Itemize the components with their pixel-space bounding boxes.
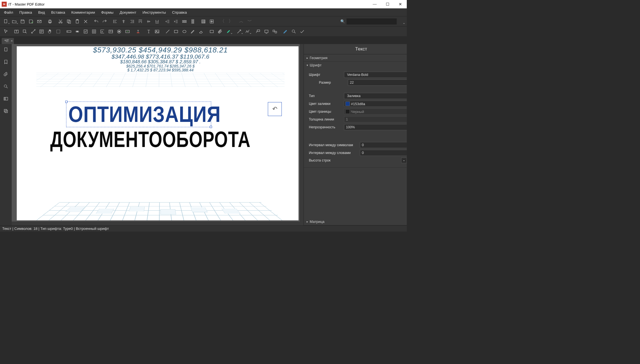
menu-tools[interactable]: Инструменты [140,9,169,16]
textfield-tool[interactable] [65,28,73,35]
delete-button[interactable] [81,18,90,25]
hand-tool[interactable] [46,28,54,35]
attachments-panel-icon[interactable] [3,71,9,78]
edit-vector-tool[interactable] [29,28,37,35]
down-button[interactable]: ﹀ [246,18,254,25]
indent-dec-button[interactable] [163,18,172,25]
linewidth-input[interactable] [344,116,407,122]
listbox-tool[interactable] [115,28,123,35]
undo-button[interactable] [92,18,100,25]
text-tool[interactable] [145,28,153,35]
select-area-tool[interactable] [54,28,62,35]
email-button[interactable] [35,18,44,25]
initials-tool[interactable] [271,28,279,35]
indent-inc-button[interactable] [172,18,180,25]
stamp-tool[interactable] [262,28,271,35]
size-input[interactable] [348,79,407,86]
image-tool[interactable] [153,28,161,35]
menu-help[interactable]: Справка [169,9,190,16]
vertical-scrollbar[interactable] [300,44,304,221]
attach-tool[interactable] [216,28,224,35]
opacity-input[interactable] [344,124,407,130]
eraser-tool[interactable] [197,28,205,35]
align-left-button[interactable] [111,18,119,25]
sign-pen-tool[interactable] [281,28,290,35]
menu-forms[interactable]: Формы [98,9,116,16]
minimize-button[interactable]: — [368,0,381,8]
align-bottom-button[interactable] [153,18,161,25]
menu-comments[interactable]: Комментарии [68,9,98,16]
dist-h-button[interactable] [180,18,189,25]
pointer-tool[interactable] [2,28,10,35]
combobox-tool[interactable] [107,28,115,35]
pages-panel-icon[interactable] [3,46,9,53]
zoom-tool[interactable] [290,28,298,35]
lineheight-dec[interactable]: - [401,158,407,163]
signature-tool[interactable] [98,28,107,35]
arrow-tool[interactable] [235,28,243,35]
menu-edit[interactable]: Правка [16,9,35,16]
search-options[interactable] [397,18,405,25]
filltype-select[interactable]: Заливка [344,93,407,99]
open-button[interactable] [10,18,18,25]
layers-panel-icon[interactable] [3,108,9,114]
menu-document[interactable]: Документ [117,9,139,16]
edit-text-tool[interactable] [12,28,21,35]
radio-tool[interactable] [90,28,98,35]
menu-file[interactable]: Файл [1,9,16,16]
tab-document[interactable]: *IT ✕ [2,38,14,44]
section-matrix[interactable]: Матрица [304,218,407,225]
new-button[interactable] [2,18,10,25]
form-tool[interactable] [37,28,46,35]
menu-insert[interactable]: Вставка [48,9,68,16]
wordspacing-input[interactable] [360,150,407,156]
snap-button[interactable] [208,18,216,25]
cut-button[interactable] [56,18,65,25]
prev-page-button[interactable]: 〈 [218,18,227,25]
maximize-button[interactable]: ☐ [381,0,394,8]
charspacing-input[interactable] [360,142,407,148]
note-rect-tool[interactable] [208,28,216,35]
align-vcenter-button[interactable] [145,18,153,25]
horizontal-scrollbar[interactable] [12,221,304,225]
search-panel-icon[interactable] [3,83,9,90]
canvas[interactable]: $573,930.25 $454,949.29 $988,618.21 $347… [12,44,304,225]
up-button[interactable]: ︿ [237,18,246,25]
saveas-button[interactable] [27,18,35,25]
print-button[interactable] [46,18,54,25]
next-page-button[interactable]: 〉 [227,18,235,25]
tab-close-icon[interactable]: ✕ [11,39,13,42]
highlight-text-tool[interactable] [134,28,142,35]
ellipse-tool[interactable] [180,28,189,35]
font-select[interactable]: Verdana-Bold [344,72,407,78]
redo-button[interactable] [100,18,109,25]
rect-tool[interactable] [172,28,180,35]
headline-selected[interactable]: ОПТИМИЗАЦИЯ [68,102,221,127]
dist-v-button[interactable] [189,18,197,25]
line-tool[interactable] [163,28,172,35]
polyline-tool[interactable] [243,28,252,35]
link-area-tool[interactable] [123,28,132,35]
pencil-tool[interactable] [189,28,197,35]
align-top-button[interactable] [136,18,145,25]
bookmarks-panel-icon[interactable] [3,59,9,65]
paste-button[interactable] [73,18,81,25]
section-geometry[interactable]: Геометрия [304,54,407,62]
grid-button[interactable] [199,18,208,25]
callout-tool[interactable] [254,28,262,35]
align-right-button[interactable] [128,18,136,25]
check-tool[interactable] [298,28,306,35]
edit-object-tool[interactable] [21,28,29,35]
fillcolor-swatch[interactable] [345,102,350,106]
marker-tool[interactable] [224,28,233,35]
rotate-handle-icon[interactable]: ↶ [268,102,282,116]
menu-view[interactable]: Вид [35,9,48,16]
search-input[interactable] [347,18,397,25]
close-button[interactable]: ✕ [394,0,407,8]
align-hcenter-button[interactable] [119,18,128,25]
copy-button[interactable] [65,18,73,25]
thumbnails-panel-icon[interactable] [3,95,9,102]
save-button[interactable] [18,18,27,25]
button-tool[interactable]: OK [73,28,81,35]
checkbox-tool[interactable] [81,28,90,35]
